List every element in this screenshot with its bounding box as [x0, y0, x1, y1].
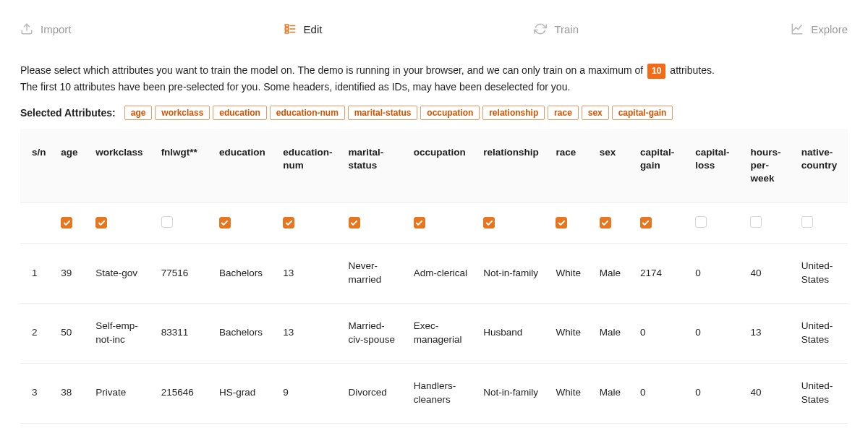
table-cell: 40 [743, 244, 793, 304]
column-select-checkbox[interactable] [600, 217, 611, 228]
table-cell: ... [212, 423, 276, 436]
table-cell: Adm-clerical [407, 244, 476, 304]
table-cell: 0 [633, 363, 688, 423]
column-header: relationship [476, 129, 548, 203]
column-select-checkbox[interactable] [283, 217, 294, 228]
column-select-checkbox[interactable] [349, 217, 360, 228]
data-table: s/nageworkclassfnlwgt**educationeducatio… [20, 129, 848, 436]
column-select-checkbox[interactable] [61, 217, 72, 228]
table-row: 250Self-emp-not-inc83311Bachelors13Marri… [20, 304, 848, 364]
attr-tag[interactable]: relationship [482, 106, 545, 120]
column-select-checkbox[interactable] [161, 216, 173, 228]
column-header: fnlwgt** [154, 129, 212, 203]
table-cell: Not-in-family [476, 363, 548, 423]
table-cell: Divorced [341, 363, 407, 423]
table-cell: 2174 [633, 244, 688, 304]
column-select-checkbox[interactable] [695, 216, 707, 228]
table-cell: 0 [688, 244, 743, 304]
table-cell: ... [548, 423, 592, 436]
table-cell: Husband [476, 304, 548, 364]
table-cell: ... [154, 423, 212, 436]
table-cell: Married-civ-spouse [341, 304, 407, 364]
table-cell: ... [88, 423, 153, 436]
step-tabs: Import Edit Train Explore [20, 13, 848, 45]
column-header: marital-status [341, 129, 407, 203]
column-header: capital-loss [688, 129, 743, 203]
column-header: workclass [88, 129, 153, 203]
table-cell: 40 [743, 363, 793, 423]
table-cell: 77516 [154, 244, 212, 304]
tab-import-label: Import [41, 23, 72, 35]
table-cell: 13 [276, 244, 341, 304]
column-header: s/n [20, 129, 54, 203]
list-edit-icon [284, 22, 297, 35]
table-cell: ... [341, 423, 407, 436]
table-cell: Male [592, 304, 633, 364]
attr-tag[interactable]: race [548, 106, 579, 120]
instruction-line1-pre: Please select which attributes you want … [20, 64, 646, 76]
table-cell: HS-grad [212, 363, 276, 423]
attr-tag[interactable]: marital-status [348, 106, 418, 120]
tab-explore[interactable]: Explore [791, 22, 848, 35]
column-header: occupation [407, 129, 476, 203]
table-cell: ... [592, 423, 633, 436]
table-cell: 0 [688, 363, 743, 423]
selected-attributes-row: Selected Attributes: age workclass educa… [20, 106, 848, 120]
table-cell: Never-married [341, 244, 407, 304]
column-select-checkbox[interactable] [801, 216, 813, 228]
table-cell: 13 [276, 304, 341, 364]
attr-tag[interactable]: occupation [420, 106, 480, 120]
attr-tag[interactable]: age [124, 106, 153, 120]
table-cell: 1 [20, 244, 54, 304]
tab-edit[interactable]: Edit [284, 22, 323, 35]
attr-tag[interactable]: education-num [270, 106, 345, 120]
column-select-checkbox[interactable] [95, 217, 107, 228]
table-cell: ... [688, 423, 743, 436]
table-cell: Private [88, 363, 153, 423]
column-select-checkbox[interactable] [219, 217, 231, 228]
table-row: ........................................… [20, 423, 848, 436]
instruction-line1-post: attributes. [670, 64, 714, 76]
upload-icon [20, 22, 33, 35]
table-cell: White [548, 363, 592, 423]
column-select-checkbox[interactable] [414, 217, 425, 228]
column-header: hours-per-week [743, 129, 793, 203]
table-cell: ... [54, 423, 88, 436]
attr-tag[interactable]: capital-gain [612, 106, 673, 120]
tab-explore-label: Explore [811, 23, 848, 35]
table-cell: 38 [54, 363, 88, 423]
column-header: education [212, 129, 276, 203]
max-attr-badge: 10 [647, 64, 665, 79]
table-cell: ... [633, 423, 688, 436]
column-select-checkbox[interactable] [750, 216, 762, 228]
table-cell: 215646 [154, 363, 212, 423]
attr-tag[interactable]: sex [582, 106, 609, 120]
table-cell: United-States [794, 304, 848, 364]
table-row: 139State-gov77516Bachelors13Never-marrie… [20, 244, 848, 304]
table-cell: Self-emp-not-inc [88, 304, 153, 364]
table-cell: 13 [743, 304, 793, 364]
table-cell: Exec-managerial [407, 304, 476, 364]
column-header: sex [592, 129, 633, 203]
tab-import[interactable]: Import [20, 22, 72, 35]
table-cell: ... [407, 423, 476, 436]
column-select-checkbox[interactable] [640, 217, 652, 228]
attr-tag[interactable]: workclass [155, 106, 210, 120]
column-header: education-num [276, 129, 341, 203]
column-header: capital-gain [633, 129, 688, 203]
table-row: 338Private215646HS-grad9DivorcedHandlers… [20, 363, 848, 423]
tab-train[interactable]: Train [534, 22, 579, 35]
table-cell: 9 [276, 363, 341, 423]
table-cell: Not-in-family [476, 244, 548, 304]
table-cell: White [548, 304, 592, 364]
table-cell: United-States [794, 244, 848, 304]
table-cell: ... [743, 423, 793, 436]
column-select-checkbox[interactable] [483, 217, 495, 228]
attr-tag[interactable]: education [213, 106, 267, 120]
svg-rect-3 [285, 31, 289, 33]
table-cell: State-gov [88, 244, 153, 304]
table-cell: 50 [54, 304, 88, 364]
column-select-checkbox[interactable] [556, 217, 567, 228]
table-cell: 83311 [154, 304, 212, 364]
svg-rect-1 [285, 25, 289, 27]
